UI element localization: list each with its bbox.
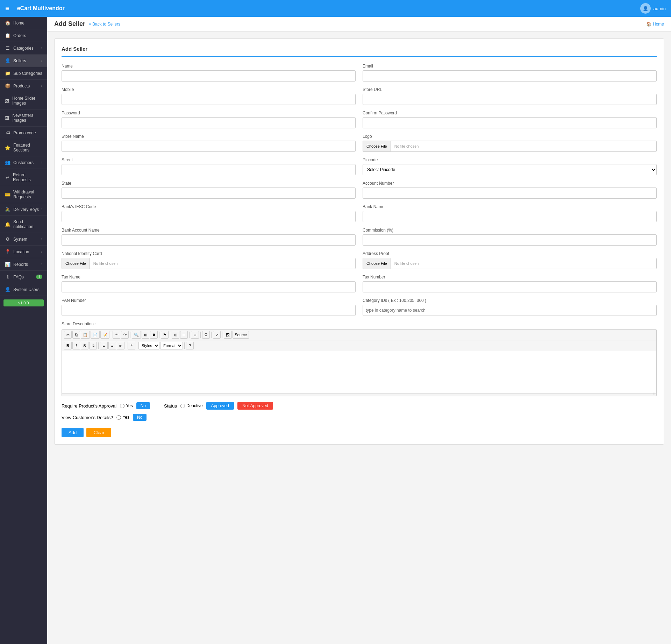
store-url-input[interactable] — [363, 94, 657, 105]
rte-undo-button[interactable]: ↶ — [113, 331, 120, 339]
rte-paste-plain-button[interactable]: 📄 — [91, 331, 100, 339]
tax-number-input[interactable] — [363, 281, 657, 292]
view-customers-yes-radio[interactable] — [116, 415, 121, 420]
street-input[interactable] — [62, 164, 356, 175]
sidebar-item-reports[interactable]: 📊 Reports › — [0, 258, 47, 271]
sidebar-item-customers[interactable]: 👥 Customers › — [0, 156, 47, 169]
rte-hline-button[interactable]: ─ — [180, 331, 188, 339]
rte-ol-button[interactable]: ≡ — [100, 342, 108, 349]
rte-copy-button[interactable]: ⎘ — [72, 331, 80, 339]
rte-format-select[interactable]: Format — [160, 342, 183, 349]
bank-name-input[interactable] — [363, 211, 657, 222]
sidebar-item-return-requests[interactable]: ↩ Return Requests — [0, 169, 47, 186]
sidebar-item-withdrawal[interactable]: 💳 Withdrawal Requests — [0, 186, 47, 203]
rte-table-button[interactable]: ⊞ — [172, 331, 179, 339]
store-name-label: Store Name — [62, 134, 356, 139]
sidebar-item-location[interactable]: 📍 Location › — [0, 246, 47, 258]
password-input[interactable] — [62, 117, 356, 128]
sidebar-item-sub-categories[interactable]: 📁 Sub Categories — [0, 67, 47, 80]
account-number-input[interactable] — [363, 187, 657, 199]
form-group-bank-ifsc: Bank's IFSC Code — [62, 204, 356, 222]
sidebar-item-home[interactable]: 🏠 Home — [0, 17, 47, 29]
rte-ul-button[interactable]: ≡ — [108, 342, 116, 349]
bank-ifsc-input[interactable] — [62, 211, 356, 222]
rte-strikethrough-button[interactable]: S — [81, 342, 88, 349]
rte-image-button[interactable]: 🖼 — [224, 331, 232, 339]
deactive-radio[interactable] — [180, 404, 185, 408]
sidebar-item-system[interactable]: ⚙ System › — [0, 233, 47, 246]
form-group-street: Street — [62, 157, 356, 175]
clear-button[interactable]: Clear — [86, 428, 111, 437]
withdrawal-icon: 💳 — [5, 192, 10, 197]
pincode-select[interactable]: Select Pincode — [363, 164, 657, 175]
name-input[interactable] — [62, 70, 356, 82]
sidebar-item-new-offers[interactable]: 🖼 New Offers Images — [0, 109, 47, 127]
email-input[interactable] — [363, 70, 657, 82]
sidebar-item-promo-code[interactable]: 🏷 Promo code — [0, 127, 47, 139]
mobile-input[interactable] — [62, 94, 356, 105]
sidebar-item-send-notification[interactable]: 🔔 Send notification — [0, 216, 47, 233]
rte-blockquote-button[interactable]: ❝ — [128, 342, 135, 349]
not-approved-button[interactable]: Not-Approved — [237, 402, 273, 410]
form-actions: Add Clear — [62, 428, 657, 437]
require-approval-no-button[interactable]: No — [136, 402, 150, 409]
rte-fullscreen-button[interactable]: ⤢ — [213, 331, 221, 339]
sidebar: 🏠 Home 📋 Orders ☰ Categories › 👤 Sellers… — [0, 17, 47, 644]
sidebar-item-delivery-boys[interactable]: 🚴 Delivery Boys › — [0, 203, 47, 216]
sidebar-item-featured[interactable]: ⭐ Featured Sections — [0, 139, 47, 156]
back-to-sellers-link[interactable]: « Back to Sellers — [89, 22, 120, 27]
sidebar-item-sellers[interactable]: 👤 Sellers › — [0, 55, 47, 67]
national-id-choose-file-button[interactable]: Choose File — [62, 258, 90, 269]
state-input[interactable] — [62, 187, 356, 199]
require-approval-yes-radio[interactable] — [120, 404, 124, 408]
sidebar-item-home-slider[interactable]: 🖼 Home Slider Images — [0, 92, 47, 109]
commission-input[interactable] — [363, 234, 657, 246]
rte-bold-button[interactable]: B — [64, 342, 72, 349]
add-button[interactable]: Add — [62, 428, 84, 437]
rte-find-replace-button[interactable]: 🔍 — [132, 331, 141, 339]
pan-number-input[interactable] — [62, 305, 356, 316]
rte-outdent-button[interactable]: ⇤ — [117, 342, 124, 349]
rte-body[interactable] — [62, 351, 656, 393]
deactive-label[interactable]: Deactive — [180, 403, 203, 408]
form-group-confirm-password: Confirm Password — [363, 111, 657, 128]
category-ids-input[interactable] — [363, 305, 657, 316]
view-customers-yes-label[interactable]: Yes — [116, 415, 129, 420]
approved-button[interactable]: Approved — [206, 402, 234, 410]
rte-italic-button[interactable]: I — [72, 342, 80, 349]
form-group-store-name: Store Name — [62, 134, 356, 152]
rte-paste-button[interactable]: 📋 — [81, 331, 90, 339]
sidebar-item-faqs[interactable]: ℹ FAQs 1 — [0, 271, 47, 283]
bank-account-name-input[interactable] — [62, 234, 356, 246]
sidebar-label-home-slider: Home Slider Images — [12, 96, 42, 106]
tax-name-input[interactable] — [62, 281, 356, 292]
sidebar-item-categories[interactable]: ☰ Categories › — [0, 42, 47, 55]
logo-choose-file-button[interactable]: Choose File — [363, 141, 391, 152]
street-label: Street — [62, 157, 356, 162]
admin-label: admin — [654, 6, 666, 11]
address-proof-label: Address Proof — [363, 251, 657, 256]
rte-subscript-button[interactable]: I2 — [89, 342, 97, 349]
view-customers-no-button[interactable]: No — [133, 414, 147, 421]
address-proof-choose-file-button[interactable]: Choose File — [363, 258, 391, 269]
require-approval-yes-label[interactable]: Yes — [120, 403, 133, 408]
rte-cut-button[interactable]: ✂ — [64, 331, 72, 339]
sidebar-item-system-users[interactable]: 👤 System Users — [0, 283, 47, 296]
rte-select-all-button[interactable]: ⊞ — [142, 331, 149, 339]
rte-help-button[interactable]: ? — [186, 342, 194, 349]
rte-redo-button[interactable]: ↷ — [121, 331, 129, 339]
rte-special-char-button[interactable]: Ω — [202, 331, 210, 339]
store-name-input[interactable] — [62, 141, 356, 152]
rte-smiley-button[interactable]: ☺ — [191, 331, 199, 339]
sidebar-item-products[interactable]: 📦 Products › — [0, 80, 47, 92]
hamburger-icon[interactable]: ≡ — [5, 5, 9, 13]
rte-styles-select[interactable]: Styles — [138, 342, 159, 349]
rte-remove-format-button[interactable]: ✖ — [150, 331, 158, 339]
rte-paste-word-button[interactable]: 📝 — [100, 331, 109, 339]
rte-flag-button[interactable]: ⚑ — [161, 331, 169, 339]
rte-source-button[interactable]: Source — [233, 331, 249, 339]
sidebar-item-orders[interactable]: 📋 Orders — [0, 29, 47, 42]
confirm-password-input[interactable] — [363, 117, 657, 128]
breadcrumb-home-link[interactable]: Home — [653, 22, 664, 27]
customers-icon: 👥 — [5, 160, 10, 165]
